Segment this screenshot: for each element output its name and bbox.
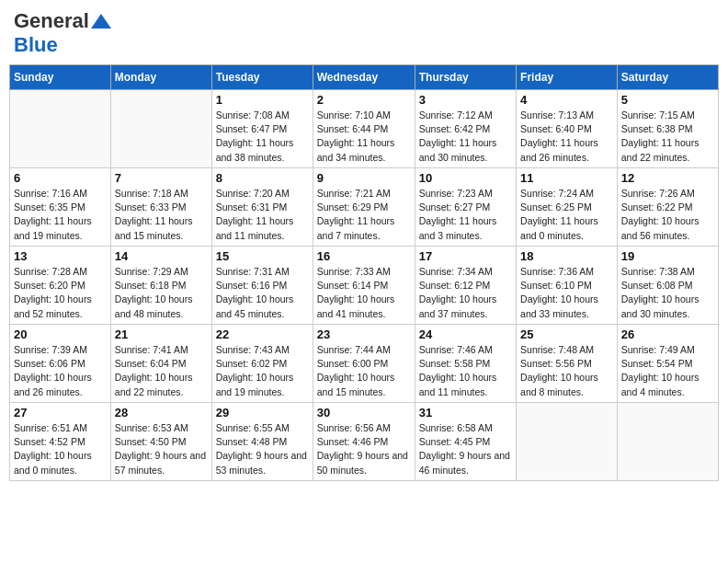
day-number: 29 xyxy=(216,406,309,419)
day-info: Sunrise: 7:18 AM Sunset: 6:33 PM Dayligh… xyxy=(115,187,208,243)
day-number: 9 xyxy=(317,171,411,185)
logo-icon xyxy=(91,14,111,29)
calendar-cell: 9Sunrise: 7:21 AM Sunset: 6:29 PM Daylig… xyxy=(313,168,415,247)
day-info: Sunrise: 7:39 AM Sunset: 6:06 PM Dayligh… xyxy=(14,343,107,399)
day-info: Sunrise: 7:29 AM Sunset: 6:18 PM Dayligh… xyxy=(115,265,208,321)
logo-blue-text: Blue xyxy=(14,33,58,56)
day-info: Sunrise: 7:16 AM Sunset: 6:35 PM Dayligh… xyxy=(14,187,107,243)
calendar-cell: 27Sunrise: 6:51 AM Sunset: 4:52 PM Dayli… xyxy=(10,403,111,481)
calendar-cell xyxy=(617,403,718,481)
day-number: 14 xyxy=(115,249,208,263)
week-row-1: 1Sunrise: 7:08 AM Sunset: 6:47 PM Daylig… xyxy=(10,90,719,168)
day-number: 4 xyxy=(520,93,613,107)
day-number: 7 xyxy=(115,171,208,185)
calendar-cell: 16Sunrise: 7:33 AM Sunset: 6:14 PM Dayli… xyxy=(313,247,415,325)
day-info: Sunrise: 7:24 AM Sunset: 6:25 PM Dayligh… xyxy=(520,187,613,243)
weekday-header-monday: Monday xyxy=(110,65,211,90)
day-info: Sunrise: 6:58 AM Sunset: 4:45 PM Dayligh… xyxy=(419,421,512,477)
day-info: Sunrise: 7:31 AM Sunset: 6:16 PM Dayligh… xyxy=(216,265,309,321)
day-info: Sunrise: 7:44 AM Sunset: 6:00 PM Dayligh… xyxy=(317,343,411,399)
day-number: 30 xyxy=(317,406,411,419)
weekday-header-thursday: Thursday xyxy=(415,65,516,90)
calendar-cell: 25Sunrise: 7:48 AM Sunset: 5:56 PM Dayli… xyxy=(517,325,618,403)
day-info: Sunrise: 7:33 AM Sunset: 6:14 PM Dayligh… xyxy=(317,265,411,321)
day-number: 27 xyxy=(14,406,107,419)
calendar-cell: 3Sunrise: 7:12 AM Sunset: 6:42 PM Daylig… xyxy=(415,90,516,168)
calendar-cell: 23Sunrise: 7:44 AM Sunset: 6:00 PM Dayli… xyxy=(313,325,415,403)
day-number: 18 xyxy=(520,249,613,263)
calendar-cell: 18Sunrise: 7:36 AM Sunset: 6:10 PM Dayli… xyxy=(517,247,618,325)
weekday-header-friday: Friday xyxy=(517,65,618,90)
day-info: Sunrise: 7:20 AM Sunset: 6:31 PM Dayligh… xyxy=(216,187,309,243)
calendar-cell: 22Sunrise: 7:43 AM Sunset: 6:02 PM Dayli… xyxy=(211,325,313,403)
calendar-cell: 1Sunrise: 7:08 AM Sunset: 6:47 PM Daylig… xyxy=(211,90,313,168)
day-info: Sunrise: 7:23 AM Sunset: 6:27 PM Dayligh… xyxy=(419,187,512,243)
calendar-cell: 26Sunrise: 7:49 AM Sunset: 5:54 PM Dayli… xyxy=(617,325,718,403)
week-row-2: 6Sunrise: 7:16 AM Sunset: 6:35 PM Daylig… xyxy=(10,168,719,247)
day-info: Sunrise: 7:36 AM Sunset: 6:10 PM Dayligh… xyxy=(520,265,613,321)
calendar-cell: 31Sunrise: 6:58 AM Sunset: 4:45 PM Dayli… xyxy=(415,403,516,481)
day-info: Sunrise: 7:08 AM Sunset: 6:47 PM Dayligh… xyxy=(216,109,309,165)
calendar-cell: 2Sunrise: 7:10 AM Sunset: 6:44 PM Daylig… xyxy=(313,90,415,168)
calendar-cell: 7Sunrise: 7:18 AM Sunset: 6:33 PM Daylig… xyxy=(110,168,211,247)
day-number: 28 xyxy=(115,406,208,419)
weekday-header-row: SundayMondayTuesdayWednesdayThursdayFrid… xyxy=(10,65,719,90)
calendar-cell xyxy=(517,403,618,481)
day-info: Sunrise: 7:34 AM Sunset: 6:12 PM Dayligh… xyxy=(419,265,512,321)
day-info: Sunrise: 6:55 AM Sunset: 4:48 PM Dayligh… xyxy=(216,421,309,477)
day-number: 5 xyxy=(621,93,714,107)
day-info: Sunrise: 7:38 AM Sunset: 6:08 PM Dayligh… xyxy=(621,265,714,321)
calendar-cell: 13Sunrise: 7:28 AM Sunset: 6:20 PM Dayli… xyxy=(10,247,111,325)
week-row-5: 27Sunrise: 6:51 AM Sunset: 4:52 PM Dayli… xyxy=(10,403,719,481)
weekday-header-sunday: Sunday xyxy=(10,65,111,90)
day-number: 17 xyxy=(419,249,512,263)
calendar-cell: 8Sunrise: 7:20 AM Sunset: 6:31 PM Daylig… xyxy=(211,168,313,247)
day-info: Sunrise: 6:51 AM Sunset: 4:52 PM Dayligh… xyxy=(14,421,107,477)
week-row-3: 13Sunrise: 7:28 AM Sunset: 6:20 PM Dayli… xyxy=(10,247,719,325)
day-info: Sunrise: 7:28 AM Sunset: 6:20 PM Dayligh… xyxy=(14,265,107,321)
calendar-cell: 14Sunrise: 7:29 AM Sunset: 6:18 PM Dayli… xyxy=(110,247,211,325)
calendar-cell: 5Sunrise: 7:15 AM Sunset: 6:38 PM Daylig… xyxy=(617,90,718,168)
svg-marker-0 xyxy=(91,14,111,29)
day-number: 3 xyxy=(419,93,512,107)
calendar-cell: 30Sunrise: 6:56 AM Sunset: 4:46 PM Dayli… xyxy=(313,403,415,481)
day-number: 8 xyxy=(216,171,309,185)
day-number: 19 xyxy=(621,249,714,263)
weekday-header-tuesday: Tuesday xyxy=(211,65,313,90)
day-number: 26 xyxy=(621,327,714,341)
day-info: Sunrise: 6:53 AM Sunset: 4:50 PM Dayligh… xyxy=(115,421,208,477)
calendar-cell xyxy=(110,90,211,168)
day-info: Sunrise: 7:43 AM Sunset: 6:02 PM Dayligh… xyxy=(216,343,309,399)
calendar-cell: 10Sunrise: 7:23 AM Sunset: 6:27 PM Dayli… xyxy=(415,168,516,247)
calendar-cell: 20Sunrise: 7:39 AM Sunset: 6:06 PM Dayli… xyxy=(10,325,111,403)
day-number: 13 xyxy=(14,249,107,263)
week-row-4: 20Sunrise: 7:39 AM Sunset: 6:06 PM Dayli… xyxy=(10,325,719,403)
day-info: Sunrise: 7:21 AM Sunset: 6:29 PM Dayligh… xyxy=(317,187,411,243)
day-info: Sunrise: 7:46 AM Sunset: 5:58 PM Dayligh… xyxy=(419,343,512,399)
day-info: Sunrise: 7:26 AM Sunset: 6:22 PM Dayligh… xyxy=(621,187,714,243)
calendar-cell: 17Sunrise: 7:34 AM Sunset: 6:12 PM Dayli… xyxy=(415,247,516,325)
day-number: 20 xyxy=(14,327,107,341)
calendar-cell: 12Sunrise: 7:26 AM Sunset: 6:22 PM Dayli… xyxy=(617,168,718,247)
calendar-cell: 28Sunrise: 6:53 AM Sunset: 4:50 PM Dayli… xyxy=(110,403,211,481)
calendar-cell: 19Sunrise: 7:38 AM Sunset: 6:08 PM Dayli… xyxy=(617,247,718,325)
day-number: 10 xyxy=(419,171,512,185)
day-info: Sunrise: 6:56 AM Sunset: 4:46 PM Dayligh… xyxy=(317,421,411,477)
calendar-cell: 29Sunrise: 6:55 AM Sunset: 4:48 PM Dayli… xyxy=(211,403,313,481)
calendar-cell: 4Sunrise: 7:13 AM Sunset: 6:40 PM Daylig… xyxy=(517,90,618,168)
day-number: 21 xyxy=(115,327,208,341)
calendar-cell: 15Sunrise: 7:31 AM Sunset: 6:16 PM Dayli… xyxy=(211,247,313,325)
day-number: 11 xyxy=(520,171,613,185)
day-number: 16 xyxy=(317,249,411,263)
day-number: 15 xyxy=(216,249,309,263)
logo: General Blue xyxy=(14,9,111,57)
page-header: General Blue xyxy=(9,9,719,57)
weekday-header-wednesday: Wednesday xyxy=(313,65,415,90)
day-info: Sunrise: 7:12 AM Sunset: 6:42 PM Dayligh… xyxy=(419,109,512,165)
day-number: 1 xyxy=(216,93,309,107)
day-number: 25 xyxy=(520,327,613,341)
day-info: Sunrise: 7:10 AM Sunset: 6:44 PM Dayligh… xyxy=(317,109,411,165)
day-number: 6 xyxy=(14,171,107,185)
day-number: 22 xyxy=(216,327,309,341)
day-number: 23 xyxy=(317,327,411,341)
